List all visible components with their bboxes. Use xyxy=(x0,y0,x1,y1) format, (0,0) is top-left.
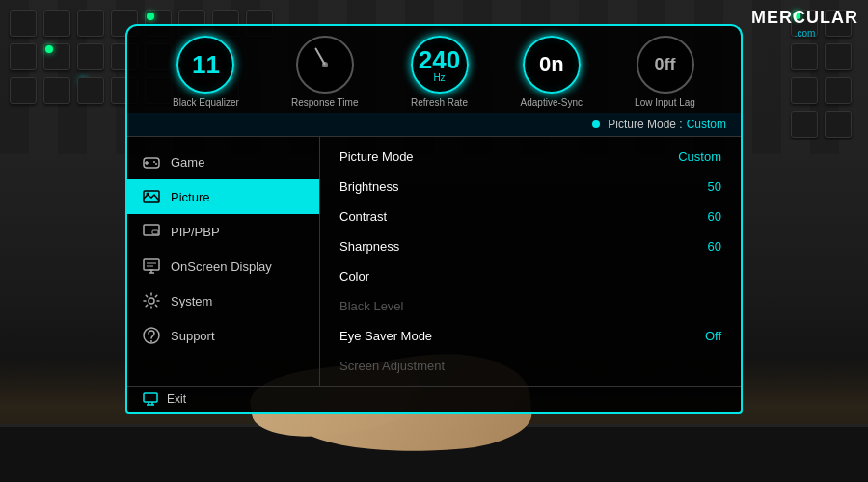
brand-dot: .com xyxy=(795,28,816,39)
picture-mode-value: Custom xyxy=(687,118,726,131)
indicator-black-equalizer[interactable]: 11 Black Equalizer xyxy=(173,36,239,108)
indicator-response-time[interactable]: Response Time xyxy=(291,36,358,108)
osd-body: Picture Mode : Custom Game xyxy=(125,113,743,414)
setting-contrast[interactable]: Contrast 60 xyxy=(320,201,741,231)
osd-exit-bar[interactable]: Exit xyxy=(127,386,741,412)
eye-saver-value: Off xyxy=(705,329,721,343)
sharpness-label: Sharpness xyxy=(339,239,399,254)
indicator-circle-refresh: 240 Hz xyxy=(411,36,469,94)
black-eq-value: 11 xyxy=(192,52,220,77)
game-label: Game xyxy=(171,155,204,170)
setting-picture-mode[interactable]: Picture Mode Custom xyxy=(320,142,741,172)
setting-eye-saver[interactable]: Eye Saver Mode Off xyxy=(320,321,741,351)
black-eq-label: Black Equalizer xyxy=(173,97,239,108)
indicator-refresh-rate[interactable]: 240 Hz Refresh Rate xyxy=(411,36,469,108)
adaptive-sync-value: 0n xyxy=(539,54,564,75)
indicator-adaptive-sync[interactable]: 0n Adaptive-Sync xyxy=(521,36,583,108)
adaptive-sync-label: Adaptive-Sync xyxy=(521,97,583,108)
response-time-dial xyxy=(296,36,354,94)
svg-point-4 xyxy=(155,163,157,165)
color-label: Color xyxy=(339,269,369,283)
pip-label: PIP/PBP xyxy=(171,225,220,239)
response-time-label: Response Time xyxy=(291,97,358,108)
indicator-circle-input-lag: 0ff xyxy=(637,36,694,94)
setting-screen-adjustment: Screen Adjustment xyxy=(320,351,741,381)
refresh-rate-label: Refresh Rate xyxy=(411,97,468,108)
svg-point-3 xyxy=(153,161,155,163)
picture-mode-dot xyxy=(592,120,600,128)
screen-adj-label: Screen Adjustment xyxy=(339,359,445,373)
indicator-circle-adaptive: 0n xyxy=(523,36,581,94)
osd-settings-panel: Picture Mode Custom Brightness 50 Contra… xyxy=(320,137,741,386)
low-input-lag-label: Low Input Lag xyxy=(635,97,695,108)
gamepad-icon xyxy=(142,152,161,172)
sidebar-item-picture[interactable]: Picture xyxy=(127,179,319,214)
indicator-low-input-lag[interactable]: 0ff Low Input Lag xyxy=(635,36,695,108)
black-level-label: Black Level xyxy=(339,299,403,313)
support-icon xyxy=(142,326,161,345)
osd-container: 11 Black Equalizer Response Time 240 Hz … xyxy=(125,24,743,414)
refresh-rate-value: 240 xyxy=(419,47,460,72)
picture-icon xyxy=(142,187,161,206)
osd-topbar: 11 Black Equalizer Response Time 240 Hz … xyxy=(125,24,743,113)
setting-brightness[interactable]: Brightness 50 xyxy=(320,172,741,201)
svg-point-17 xyxy=(150,340,152,342)
contrast-value: 60 xyxy=(708,209,721,224)
brightness-value: 50 xyxy=(708,179,721,194)
picture-mode-label: Picture Mode : xyxy=(608,118,682,131)
system-icon xyxy=(142,291,161,310)
sidebar-item-game[interactable]: Game xyxy=(127,145,319,179)
contrast-label: Contrast xyxy=(339,209,387,224)
osd-main: Game Picture PI xyxy=(127,137,741,386)
support-label: Support xyxy=(171,329,215,343)
exit-label: Exit xyxy=(167,392,186,406)
setting-black-level: Black Level xyxy=(320,291,741,321)
pip-icon xyxy=(142,222,161,241)
osd-sidebar: Game Picture PI xyxy=(127,137,320,386)
osd-icon xyxy=(142,256,161,276)
indicator-circle-black-eq: 11 xyxy=(176,36,234,94)
picture-mode-setting-label: Picture Mode xyxy=(339,149,414,164)
sidebar-item-support[interactable]: Support xyxy=(127,318,319,353)
osd-label: OnScreen Display xyxy=(171,259,272,274)
sidebar-item-onscreen-display[interactable]: OnScreen Display xyxy=(127,249,319,283)
brightness-label: Brightness xyxy=(339,179,398,194)
picture-mode-bar: Picture Mode : Custom xyxy=(127,113,741,137)
eye-saver-label: Eye Saver Mode xyxy=(339,329,432,343)
sharpness-value: 60 xyxy=(708,239,721,254)
system-label: System xyxy=(171,294,212,308)
refresh-rate-unit: Hz xyxy=(433,72,445,83)
svg-point-6 xyxy=(147,193,149,196)
picture-label: Picture xyxy=(171,190,209,204)
svg-rect-18 xyxy=(144,393,157,402)
mercular-logo: MERCULAR .com xyxy=(751,8,858,39)
setting-color[interactable]: Color xyxy=(320,261,741,291)
picture-mode-setting-value: Custom xyxy=(678,149,721,164)
setting-sharpness[interactable]: Sharpness 60 xyxy=(320,231,741,261)
brand-name: MERCULAR xyxy=(751,8,858,28)
svg-rect-9 xyxy=(144,259,159,270)
sidebar-item-pip-pbp[interactable]: PIP/PBP xyxy=(127,214,319,249)
dial-hand xyxy=(314,47,326,65)
svg-rect-8 xyxy=(152,230,158,234)
sidebar-item-system[interactable]: System xyxy=(127,283,319,318)
svg-point-15 xyxy=(149,298,154,304)
exit-icon xyxy=(142,392,159,406)
low-input-lag-value: 0ff xyxy=(655,56,676,73)
